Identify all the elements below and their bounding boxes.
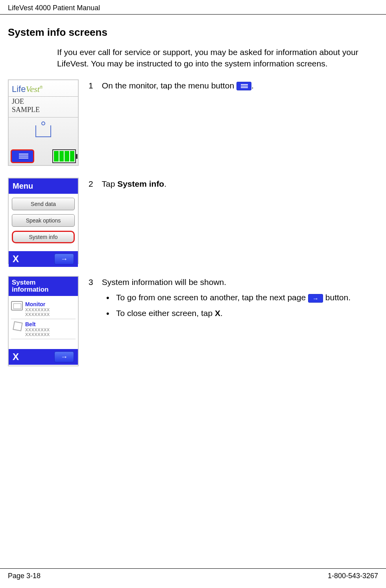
page-number: Page 3-18 [8,572,41,580]
belt-icon [11,321,23,332]
battery-icon [52,149,76,163]
menu-button-highlighted [11,149,34,163]
page-header: LifeVest 4000 Patient Manual [0,0,386,15]
hamburger-icon [236,82,251,90]
content-area: System info screens If you ever call for… [0,15,386,366]
patient-name: JOE SAMPLE [9,96,78,118]
monitor-icon [11,301,23,311]
step-3: System information Monitor XXXXXXXX XXXX… [8,276,378,366]
phone-number: 1-800-543-3267 [328,572,378,580]
section-title: System info screens [8,26,378,39]
device-screenshot-home: LifeVest® JOE SAMPLE [8,79,79,166]
step-1-text: 1 On the monitor, tap the menu button . [89,79,378,92]
next-arrow-icon: → [54,351,74,362]
menu-option-speak-options: Speak options [12,214,75,227]
page-footer: Page 3-18 1-800-543-3267 [0,568,386,580]
step-1: LifeVest® JOE SAMPLE 1 On the monit [8,79,378,166]
shirt-icon [31,121,55,139]
step-2: Menu Send data Speak options System info… [8,178,378,264]
body-diagram [9,118,78,153]
menu-option-system-info-highlighted: System info [12,231,75,243]
close-icon: X [13,254,19,265]
device-logo: LifeVest® [9,80,78,96]
bullet-next-page: To go from one screen to another, tap th… [106,291,378,304]
device-screenshot-sysinfo: System information Monitor XXXXXXXX XXXX… [8,276,79,366]
bullet-close: To close either screen, tap X. [106,307,378,320]
step-3-text: 3 System information will be shown. To g… [89,276,378,323]
info-row-monitor: Monitor XXXXXXXX XXXXXXXX [11,299,76,319]
close-icon: X [13,351,19,362]
menu-header: Menu [9,178,78,194]
menu-option-send-data: Send data [12,198,75,210]
next-arrow-icon: → [54,254,74,265]
step-2-text: 2 Tap System info. [89,178,378,190]
info-row-belt: Belt XXXXXXXX XXXXXXXX [11,319,76,339]
arrow-right-icon: → [308,294,323,303]
device-screenshot-menu: Menu Send data Speak options System info… [8,178,79,264]
intro-text: If you ever call for service or support,… [57,46,366,70]
document-title: LifeVest 4000 Patient Manual [8,4,100,12]
sysinfo-header: System information [9,277,78,296]
